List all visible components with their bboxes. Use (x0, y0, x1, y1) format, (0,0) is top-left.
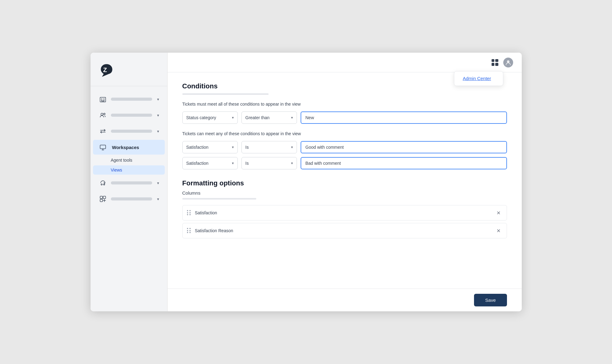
column-item-satisfaction-reason: Satisfaction Reason ✕ (182, 223, 507, 238)
svg-rect-8 (100, 145, 106, 149)
conditions-section: Conditions Tickets must meet all of thes… (182, 82, 507, 169)
admin-center-dropdown: Admin Center (454, 71, 503, 86)
sidebar-item-apps[interactable]: ▾ (93, 192, 165, 206)
chevron-down-icon: ▾ (291, 115, 293, 120)
svg-point-7 (103, 113, 105, 115)
condition-all-value-text: New (306, 115, 314, 120)
condition-any1-field-value: Satisfaction (186, 145, 229, 150)
chevron-down-icon: ▾ (157, 181, 159, 185)
chevron-down-icon: ▾ (157, 197, 159, 201)
condition-any1-value-text: Good with comment (306, 145, 344, 150)
nav-label-placeholder (111, 114, 152, 117)
condition-all-value-field[interactable]: New (301, 111, 507, 124)
formatting-section: Formatting options Columns Satisfaction … (182, 179, 507, 238)
sidebar: Z ▾ ▾ (91, 53, 168, 311)
any-conditions-desc: Tickets can meet any of these conditions… (182, 131, 507, 136)
footer: Save (168, 289, 522, 311)
condition-any2-field-select[interactable]: Satisfaction ▾ (182, 157, 238, 169)
chevron-down-icon: ▾ (291, 145, 293, 149)
svg-point-14 (507, 60, 509, 63)
users-icon (99, 111, 107, 119)
zendesk-logo: Z (98, 61, 115, 79)
svg-point-6 (101, 113, 103, 115)
drag-handle[interactable] (187, 228, 191, 233)
sidebar-item-buildings[interactable]: ▾ (93, 92, 165, 107)
condition-any1-value-field[interactable]: Good with comment (301, 141, 507, 153)
apps-icon (99, 195, 107, 203)
chevron-down-icon: ▾ (232, 115, 234, 120)
drag-handle[interactable] (187, 210, 191, 216)
sidebar-item-transfer[interactable]: ▾ (93, 124, 165, 139)
condition-all-row: Status category ▾ Greater than ▾ New (182, 111, 507, 124)
condition-any1-field-select[interactable]: Satisfaction ▾ (182, 141, 238, 153)
svg-rect-2 (101, 99, 102, 99)
sidebar-nav: ▾ ▾ ▾ Wo (91, 89, 167, 311)
remove-satisfaction-reason-button[interactable]: ✕ (495, 227, 502, 234)
save-button[interactable]: Save (474, 294, 507, 306)
condition-all-field-value: Status category (186, 115, 229, 120)
content-area: Conditions Tickets must meet all of thes… (168, 72, 522, 289)
condition-any2-field-value: Satisfaction (186, 161, 229, 166)
workspaces-icon (99, 143, 107, 152)
buildings-icon (99, 95, 107, 103)
svg-rect-3 (103, 99, 104, 99)
nav-label-placeholder (111, 98, 152, 101)
grid-icon[interactable] (492, 59, 498, 66)
condition-all-operator-value: Greater than (245, 115, 289, 120)
sidebar-subitem-agent-tools[interactable]: Agent tools (93, 156, 165, 165)
sidebar-item-routing[interactable]: ▾ (93, 176, 165, 190)
svg-point-10 (103, 184, 105, 185)
main-panel: Admin Center Conditions Tickets must mee… (168, 53, 522, 311)
condition-any1-operator-value: Is (245, 145, 289, 150)
condition-any2-operator-select[interactable]: Is ▾ (241, 157, 297, 169)
condition-any-row-2: Satisfaction ▾ Is ▾ Bad with comment (182, 157, 507, 169)
chevron-down-icon: ▾ (157, 129, 159, 134)
chevron-down-icon: ▾ (232, 145, 234, 149)
columns-divider (182, 198, 256, 200)
svg-text:Z: Z (103, 66, 107, 73)
condition-any2-value-text: Bad with comment (306, 161, 341, 166)
column-name-satisfaction-reason: Satisfaction Reason (195, 228, 491, 233)
nav-label-placeholder (111, 181, 152, 184)
logo-area: Z (91, 53, 167, 86)
conditions-divider (182, 93, 269, 95)
condition-all-operator-select[interactable]: Greater than ▾ (241, 111, 297, 124)
top-bar: Admin Center (168, 53, 522, 72)
columns-label: Columns (182, 190, 507, 196)
condition-all-field-select[interactable]: Status category ▾ (182, 111, 238, 124)
top-bar-icons (492, 58, 513, 67)
remove-satisfaction-button[interactable]: ✕ (495, 209, 502, 216)
routing-icon (99, 179, 107, 187)
chevron-down-icon: ▾ (291, 161, 293, 165)
transfer-icon (99, 127, 107, 135)
svg-rect-13 (100, 199, 103, 202)
all-conditions-desc: Tickets must meet all of these condition… (182, 102, 507, 107)
nav-label-placeholder (111, 130, 152, 133)
sidebar-item-workspaces[interactable]: Workspaces (93, 140, 165, 155)
admin-center-link[interactable]: Admin Center (463, 76, 491, 81)
svg-rect-12 (103, 196, 106, 199)
workspaces-label: Workspaces (112, 145, 139, 150)
chevron-down-icon: ▾ (157, 97, 159, 102)
condition-any2-value-field[interactable]: Bad with comment (301, 157, 507, 169)
condition-any1-operator-select[interactable]: Is ▾ (241, 141, 297, 153)
sidebar-item-users[interactable]: ▾ (93, 108, 165, 123)
chevron-down-icon: ▾ (157, 113, 159, 118)
sidebar-subitem-views[interactable]: Views (93, 165, 165, 175)
condition-any-row-1: Satisfaction ▾ Is ▾ Good with comment (182, 141, 507, 153)
user-avatar[interactable] (503, 58, 513, 67)
nav-label-placeholder (111, 197, 152, 200)
column-name-satisfaction: Satisfaction (195, 210, 491, 215)
svg-point-9 (101, 184, 102, 185)
chevron-down-icon: ▾ (232, 161, 234, 165)
condition-any2-operator-value: Is (245, 161, 289, 166)
formatting-title: Formatting options (182, 179, 507, 187)
svg-rect-11 (100, 196, 103, 199)
column-item-satisfaction: Satisfaction ✕ (182, 205, 507, 220)
